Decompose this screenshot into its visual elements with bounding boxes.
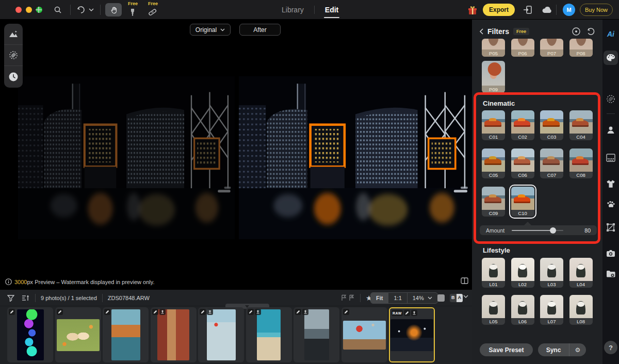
save-preset-button[interactable]: Save Preset bbox=[480, 343, 533, 356]
before-after-toggle[interactable]: B A bbox=[450, 294, 463, 302]
after-label: After bbox=[253, 26, 266, 34]
preset-c01[interactable]: C01 bbox=[482, 110, 505, 140]
after-photo[interactable] bbox=[239, 76, 472, 239]
hand-tool-button[interactable] bbox=[105, 3, 122, 16]
thumbnail-info-toggle[interactable] bbox=[437, 294, 445, 302]
sync-settings-gear-icon[interactable]: ⚙ bbox=[569, 343, 586, 356]
preset-l02[interactable]: L02 bbox=[511, 258, 534, 288]
pet-tools-icon[interactable] bbox=[604, 197, 618, 211]
thumbnail-red-alley[interactable] bbox=[151, 307, 197, 362]
history-icon[interactable] bbox=[4, 66, 23, 87]
preset-p05[interactable]: P05 bbox=[482, 39, 505, 57]
thumbnail-image bbox=[257, 309, 281, 360]
preset-l08[interactable]: L08 bbox=[569, 295, 593, 325]
edited-badge-icon bbox=[200, 309, 206, 315]
thumbnail-image bbox=[57, 319, 100, 351]
mask-ai-icon[interactable] bbox=[604, 92, 618, 106]
preset-c03[interactable]: C03 bbox=[540, 110, 563, 140]
after-button[interactable]: After bbox=[239, 24, 281, 36]
preview-eye-icon[interactable] bbox=[572, 27, 581, 36]
preset-c02[interactable]: C02 bbox=[511, 110, 534, 140]
amount-slider-thumb[interactable] bbox=[550, 227, 556, 234]
preset-l01[interactable]: L01 bbox=[482, 258, 505, 288]
preset-p07[interactable]: P07 bbox=[540, 39, 563, 57]
retouch-tool-icon[interactable] bbox=[127, 6, 138, 18]
preset-l03[interactable]: L03 bbox=[540, 258, 563, 288]
back-chevron-icon[interactable] bbox=[479, 28, 483, 35]
canvas-tool-palette bbox=[4, 24, 23, 88]
preset-l07[interactable]: L07 bbox=[540, 295, 563, 325]
wardrobe-icon[interactable] bbox=[604, 176, 618, 191]
preset-p06[interactable]: P06 bbox=[511, 39, 534, 57]
amount-value: 80 bbox=[584, 227, 591, 234]
zoom-actual-button[interactable]: 1:1 bbox=[388, 293, 407, 303]
camera-raw-icon[interactable] bbox=[604, 246, 618, 260]
preview-note-text: px Preview – Watermark displayed in prev… bbox=[27, 279, 154, 285]
split-view-icon[interactable] bbox=[461, 277, 468, 284]
presets-palette-icon[interactable] bbox=[604, 51, 618, 65]
original-dropdown[interactable]: Original bbox=[190, 24, 231, 36]
preset-c08[interactable]: C08 bbox=[569, 148, 593, 178]
help-button[interactable]: ? bbox=[604, 341, 617, 354]
retouch-free-badge: Free bbox=[128, 1, 138, 6]
thumbnail-night-city-selected[interactable]: RAW bbox=[389, 307, 435, 362]
export-destination-icon[interactable] bbox=[522, 4, 533, 15]
amount-slider[interactable] bbox=[512, 230, 563, 231]
preset-c06[interactable]: C06 bbox=[511, 148, 534, 178]
ba-chevron-icon[interactable] bbox=[463, 295, 468, 299]
sort-icon[interactable] bbox=[22, 294, 30, 302]
flag-pick-icon[interactable] bbox=[340, 294, 347, 301]
gift-icon[interactable] bbox=[467, 4, 478, 15]
portrait-tools-icon[interactable] bbox=[604, 123, 618, 137]
thumbnail-autumn-canal[interactable] bbox=[103, 307, 149, 362]
zoom-fit-button[interactable]: Fit bbox=[371, 293, 388, 303]
thumbnail-tokyo-aerial[interactable] bbox=[198, 307, 244, 362]
preset-p08[interactable]: P08 bbox=[569, 39, 593, 57]
preset-l06[interactable]: L06 bbox=[511, 295, 534, 325]
texture-overlay-icon[interactable] bbox=[604, 151, 618, 165]
preset-c07[interactable]: C07 bbox=[540, 148, 563, 178]
window-close-button[interactable] bbox=[15, 7, 22, 13]
flag-reject-icon[interactable] bbox=[348, 294, 355, 301]
undo-history-chevron[interactable] bbox=[88, 4, 95, 15]
thumbnail-rocky-coast[interactable] bbox=[294, 307, 339, 362]
thumbnail-beach[interactable] bbox=[246, 307, 292, 362]
preset-c04[interactable]: C04 bbox=[569, 110, 593, 140]
preset-c09[interactable]: C09 bbox=[482, 187, 505, 217]
undo-button[interactable] bbox=[75, 4, 87, 15]
tab-edit[interactable]: Edit bbox=[322, 4, 341, 16]
toolbar-divider bbox=[102, 294, 103, 302]
catalog-folder-icon[interactable] bbox=[604, 267, 618, 281]
search-icon[interactable] bbox=[52, 4, 63, 15]
window-minimize-button[interactable] bbox=[26, 7, 32, 13]
filters-free-badge: Free bbox=[513, 28, 529, 35]
buy-now-button[interactable]: Buy Now bbox=[580, 4, 613, 16]
crop-transform-icon[interactable] bbox=[604, 220, 618, 235]
account-avatar[interactable]: M bbox=[563, 4, 575, 16]
add-photos-button[interactable] bbox=[33, 4, 44, 15]
exported-badge-icon bbox=[411, 310, 417, 316]
thumbnail-balloons[interactable] bbox=[341, 307, 387, 362]
filters-header: Filters Free bbox=[472, 25, 602, 38]
mask-icon[interactable] bbox=[4, 45, 23, 66]
edited-badge-icon bbox=[343, 309, 349, 315]
sync-button[interactable]: Sync bbox=[538, 343, 569, 356]
preset-c10-selected[interactable]: C10 bbox=[511, 187, 534, 217]
zoom-percent-dropdown[interactable]: 14% bbox=[408, 293, 437, 303]
preset-p09[interactable]: P09 bbox=[482, 61, 505, 93]
adjustments-icon[interactable] bbox=[4, 24, 23, 45]
thumbnail-puppies[interactable] bbox=[55, 307, 101, 362]
thumbnail-rgb-led-spiral[interactable] bbox=[7, 307, 53, 362]
cloud-sync-icon[interactable] bbox=[541, 4, 552, 15]
ai-tools-icon[interactable]: Ai bbox=[604, 27, 618, 41]
filter-funnel-icon[interactable] bbox=[7, 294, 14, 302]
export-button[interactable]: Export bbox=[483, 4, 515, 16]
erase-tool-icon[interactable] bbox=[146, 6, 158, 18]
filters-panel: Filters Free P05 P06 P07 P08 P09 Cinemat… bbox=[472, 20, 602, 364]
tab-library[interactable]: Library bbox=[279, 4, 307, 16]
preset-l05[interactable]: L05 bbox=[482, 295, 505, 325]
original-photo[interactable] bbox=[18, 76, 235, 239]
preset-l04[interactable]: L04 bbox=[569, 258, 593, 288]
reset-filters-icon[interactable] bbox=[586, 27, 595, 36]
preset-c05[interactable]: C05 bbox=[482, 148, 505, 178]
